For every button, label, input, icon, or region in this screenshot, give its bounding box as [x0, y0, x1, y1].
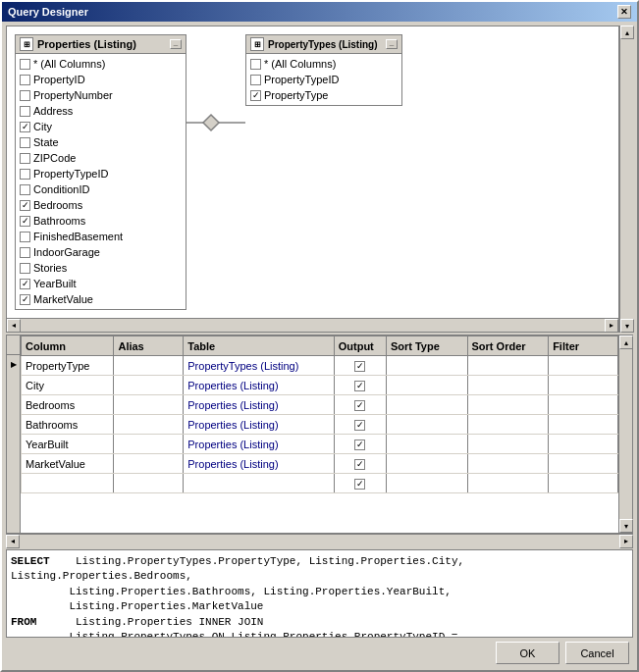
table-row[interactable]: IndoorGarage — [16, 244, 186, 260]
grid-cell-filter[interactable] — [549, 435, 618, 454]
hscroll-left[interactable]: ◂ — [7, 319, 21, 333]
grid-hscroll-right[interactable]: ▸ — [619, 535, 633, 548]
table-propertytypes-minimize[interactable]: _ — [386, 39, 398, 49]
table-row[interactable]: Address — [16, 103, 186, 119]
row-checkbox[interactable] — [20, 279, 30, 289]
row-checkbox[interactable] — [20, 200, 30, 211]
output-checkbox[interactable] — [354, 400, 365, 411]
grid-cell-sorttype[interactable] — [386, 474, 467, 493]
table-row[interactable]: Bathrooms — [16, 213, 186, 229]
diagram-hscroll[interactable]: ◂ ▸ — [7, 318, 618, 332]
col-header-alias[interactable]: Alias — [114, 336, 184, 356]
grid-cell-table[interactable]: Properties (Listing) — [184, 454, 334, 474]
vscroll-track[interactable] — [620, 39, 633, 319]
grid-cell-table[interactable] — [184, 474, 334, 493]
grid-cell-sorttype[interactable] — [386, 415, 467, 435]
output-checkbox[interactable] — [354, 479, 365, 490]
table-row[interactable]: PropertyID — [16, 72, 186, 87]
output-checkbox[interactable] — [354, 361, 365, 372]
vscroll-up[interactable]: ▴ — [620, 26, 634, 39]
grid-cell-sortorder[interactable] — [467, 415, 549, 435]
grid-cell-sortorder[interactable] — [467, 474, 549, 493]
grid-cell-filter[interactable] — [549, 395, 618, 415]
col-header-output[interactable]: Output — [334, 336, 386, 356]
close-button[interactable]: ✕ — [617, 5, 631, 19]
grid-cell-sorttype[interactable] — [386, 395, 467, 415]
table-row[interactable]: * (All Columns) — [246, 56, 401, 72]
grid-cell-sortorder[interactable] — [467, 395, 549, 415]
table-row[interactable]: MarketValue — [16, 291, 186, 307]
grid-cell-filter[interactable] — [549, 474, 618, 493]
grid-cell-sorttype[interactable] — [386, 356, 467, 376]
row-checkbox[interactable] — [20, 122, 30, 132]
grid-cell-sortorder[interactable] — [467, 454, 549, 474]
grid-cell-output[interactable] — [334, 356, 386, 376]
table-properties-minimize[interactable]: _ — [170, 39, 182, 49]
grid-cell-sorttype[interactable] — [386, 376, 467, 395]
grid-cell-sortorder[interactable] — [467, 356, 549, 376]
grid-cell-column[interactable]: MarketValue — [22, 454, 114, 474]
grid-cell-column[interactable]: PropertyType — [22, 356, 114, 376]
row-checkbox[interactable] — [250, 59, 261, 70]
grid-cell-table[interactable]: Properties (Listing) — [184, 435, 334, 454]
table-row[interactable]: YearBuilt — [16, 276, 186, 291]
grid-vscroll-up[interactable]: ▴ — [619, 336, 633, 349]
grid-cell-filter[interactable] — [549, 376, 618, 395]
row-checkbox[interactable] — [20, 106, 30, 117]
grid-cell-alias[interactable] — [114, 474, 184, 493]
row-checkbox[interactable] — [20, 216, 30, 227]
table-row[interactable]: State — [16, 134, 186, 150]
grid-cell-filter[interactable] — [549, 356, 618, 376]
grid-vscroll[interactable]: ▴ ▾ — [618, 336, 632, 533]
grid-cell-output[interactable] — [334, 474, 386, 493]
grid-cell-sortorder[interactable] — [467, 435, 549, 454]
output-checkbox[interactable] — [354, 420, 365, 431]
grid-cell-alias[interactable] — [114, 435, 184, 454]
row-checkbox[interactable] — [250, 75, 261, 85]
grid-cell-sorttype[interactable] — [386, 454, 467, 474]
hscroll-right[interactable]: ▸ — [605, 319, 618, 333]
col-header-sorttype[interactable]: Sort Type — [386, 336, 467, 356]
grid-cell-sortorder[interactable] — [467, 376, 549, 395]
grid-cell-column[interactable] — [22, 474, 114, 493]
row-checkbox[interactable] — [20, 153, 30, 164]
output-checkbox[interactable] — [354, 459, 365, 470]
grid-cell-alias[interactable] — [114, 376, 184, 395]
grid-cell-table[interactable]: PropertyTypes (Listing) — [184, 356, 334, 376]
col-header-sortorder[interactable]: Sort Order — [467, 336, 549, 356]
grid-hscroll-left[interactable]: ◂ — [6, 535, 20, 548]
grid-cell-alias[interactable] — [114, 356, 184, 376]
row-checkbox[interactable] — [20, 137, 30, 148]
grid-hscroll-track[interactable] — [20, 535, 619, 548]
hscroll-track[interactable] — [21, 319, 605, 333]
grid-cell-alias[interactable] — [114, 454, 184, 474]
row-checkbox[interactable] — [20, 59, 30, 70]
grid-cell-output[interactable] — [334, 376, 386, 395]
grid-cell-output[interactable] — [334, 454, 386, 474]
row-checkbox[interactable] — [20, 247, 30, 258]
row-checkbox[interactable] — [20, 90, 30, 101]
table-row[interactable]: ZIPCode — [16, 150, 186, 166]
table-row[interactable]: FinishedBasement — [16, 229, 186, 244]
grid-cell-table[interactable]: Properties (Listing) — [184, 376, 334, 395]
grid-cell-alias[interactable] — [114, 395, 184, 415]
table-row[interactable]: Bedrooms — [16, 197, 186, 213]
grid-cell-filter[interactable] — [549, 415, 618, 435]
grid-cell-output[interactable] — [334, 395, 386, 415]
row-checkbox[interactable] — [20, 75, 30, 85]
table-row[interactable]: PropertyTypeID — [16, 166, 186, 181]
row-checkbox[interactable] — [20, 169, 30, 180]
ok-button[interactable]: OK — [496, 642, 559, 664]
grid-cell-column[interactable]: Bathrooms — [22, 415, 114, 435]
grid-cell-column[interactable]: Bedrooms — [22, 395, 114, 415]
grid-cell-table[interactable]: Properties (Listing) — [184, 395, 334, 415]
col-header-filter[interactable]: Filter — [549, 336, 618, 356]
table-row[interactable]: City — [16, 119, 186, 134]
diagram-vscroll[interactable]: ▴ ▾ — [619, 26, 633, 333]
grid-hscroll[interactable]: ◂ ▸ — [6, 534, 633, 547]
grid-cell-column[interactable]: City — [22, 376, 114, 395]
vscroll-down[interactable]: ▾ — [620, 319, 634, 333]
output-checkbox[interactable] — [354, 439, 365, 450]
grid-cell-table[interactable]: Properties (Listing) — [184, 415, 334, 435]
row-checkbox[interactable] — [20, 294, 30, 305]
